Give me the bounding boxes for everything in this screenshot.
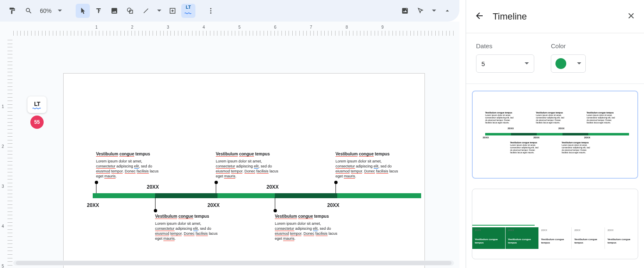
timeline-year: 20XX [207,202,220,208]
svg-point-3 [210,8,212,9]
zoom-value[interactable]: 60% [37,7,53,14]
sidebar-title: Timeline [493,11,527,22]
svg-point-5 [210,12,212,14]
scrollbar-horizontal[interactable] [13,261,454,266]
zoom-dropdown[interactable] [55,4,65,18]
paint-format-icon[interactable] [5,4,19,18]
select-tool-icon[interactable] [76,4,90,18]
timeline-diagram: Vestibulum congue tempus Lorem ipsum dol… [93,152,421,157]
color-label: Color [551,42,586,49]
image-tool-icon[interactable] [107,4,121,18]
collapse-icon[interactable] [440,4,454,18]
language-tool-icon[interactable]: LT [181,4,195,18]
pointer-icon[interactable] [414,4,428,18]
timeline-year: 20XX [147,184,159,190]
timeline-node: Vestibulum congue tempus Lorem ipsum dol… [96,152,163,179]
comment-icon[interactable] [165,4,180,18]
template-option[interactable]: Vestibulum congue tempusLorem ipsum dolo… [472,91,638,179]
line-tool-icon[interactable] [139,4,153,18]
sidebar: Timeline Dates 5 Color Vestibulum congue… [466,0,644,268]
pointer-dropdown[interactable] [429,4,439,18]
dates-value: 5 [481,60,485,67]
timeline-year: 20XX [87,202,99,208]
more-icon[interactable] [204,4,218,18]
dates-select[interactable]: 5 [476,54,534,73]
slide-canvas[interactable]: Vestibulum congue tempus Lorem ipsum dol… [63,73,425,268]
dates-label: Dates [476,42,534,49]
timeline-node: Vestibulum congue tempus Lorem ipsum dol… [216,152,282,179]
timeline-node: Vestibulum congue tempus Lorem ipsum dol… [275,214,341,241]
textbox-tool-icon[interactable] [91,4,106,18]
color-select[interactable] [551,54,586,73]
timeline-year: 20XX [266,184,279,190]
template-option[interactable]: 20XXVestibulum congue tempus 20XXVestibu… [472,189,638,259]
toolbar: 60% LT [0,0,459,22]
ruler-vertical: 12345 [2,40,13,268]
close-icon[interactable] [627,11,636,22]
line-dropdown[interactable] [155,4,164,18]
back-icon[interactable] [474,11,484,22]
svg-point-4 [210,10,212,12]
color-swatch [555,58,566,69]
shape-tool-icon[interactable] [123,4,137,18]
timeline-node: Vestibulum congue tempus Lorem ipsum dol… [155,214,222,241]
workspace: 123456789 12345 LT 55 Vestibulum congue … [0,22,459,268]
timeline-year: 20XX [327,202,339,208]
ruler-horizontal: 123456789 [13,25,456,37]
timeline-node: Vestibulum congue tempus Lorem ipsum dol… [336,152,402,179]
zoom-icon[interactable] [22,4,36,18]
ai-image-icon[interactable] [398,4,412,18]
